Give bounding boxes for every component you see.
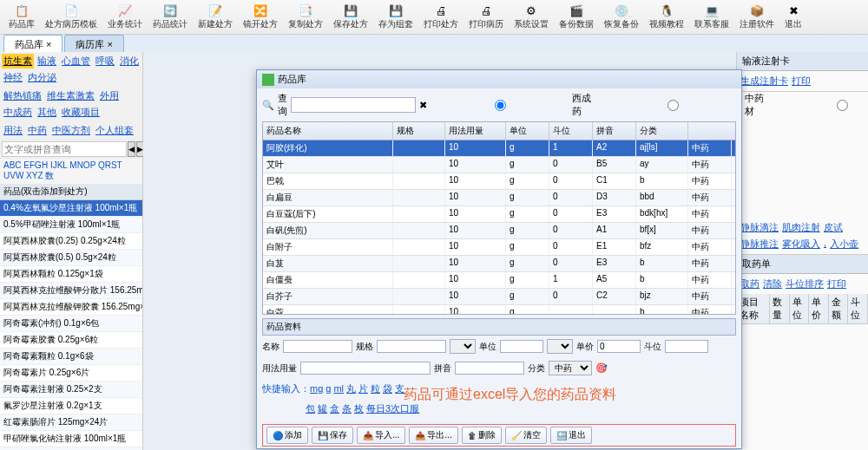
category-其他[interactable]: 其他 — [36, 105, 58, 120]
btn-删除[interactable]: 🗑删除 — [462, 427, 502, 444]
radio-西成药[interactable]: 西成药 — [431, 92, 598, 118]
table-row[interactable]: 白豆蔻(后下)10g0E3bdk[hx]中药 — [263, 206, 735, 223]
toolbar-复制处方[interactable]: 📑复制处方 — [283, 2, 328, 32]
drug-item[interactable]: 阿莫西林胶囊(0.5) 0.5g×24粒 — [0, 250, 142, 266]
category-外用[interactable]: 外用 — [98, 88, 121, 103]
toolbar-存为组套[interactable]: 💾存为组套 — [373, 2, 418, 32]
drug-item[interactable]: 阿莫西林克拉维酸钾分散片 156.25mg×18片 — [0, 283, 142, 299]
field-pinyin[interactable] — [455, 362, 524, 375]
radio-收费项目[interactable]: 收费项目 — [776, 92, 868, 118]
quick-每日3次口服[interactable]: 每日3次口服 — [366, 403, 419, 414]
sel-spec[interactable] — [450, 339, 476, 354]
toolbar-退出[interactable]: ✖退出 — [779, 2, 807, 32]
search-prev-icon[interactable]: ◀ — [128, 141, 135, 157]
quick-袋[interactable]: 袋 — [383, 383, 392, 394]
btn-导出...[interactable]: 📤导出... — [409, 427, 457, 444]
quick-片[interactable]: 片 — [358, 383, 368, 394]
drug-item[interactable]: 0.4%左氧氟沙星注射液 100ml×1瓶 — [0, 200, 142, 217]
category-解热镇痛[interactable]: 解热镇痛 — [2, 88, 43, 103]
quick-丸[interactable]: 丸 — [346, 383, 356, 394]
link-打印[interactable]: 打印 — [792, 75, 811, 88]
drug-item[interactable]: 阿莫西林胶囊(0.25) 0.25g×24粒 — [0, 233, 142, 250]
btn-清空[interactable]: 🧹清空 — [505, 427, 547, 444]
category-输液[interactable]: 输液 — [36, 54, 58, 68]
radio-中药材[interactable]: 中药材 — [603, 92, 771, 118]
link-入小壶[interactable]: 入小壶 — [830, 238, 858, 251]
quick-包[interactable]: 包 — [306, 403, 315, 414]
col-药品名称[interactable]: 药品名称 — [263, 122, 393, 140]
tab-history-db[interactable]: 病历库 × — [64, 35, 123, 54]
link-静脉滴注[interactable]: 静脉滴注 — [740, 221, 779, 234]
table-row[interactable]: 白芨10g0E3b中药 — [263, 256, 735, 272]
quick-mg[interactable]: mg — [310, 383, 323, 394]
table-row[interactable]: 白扁豆10g0D3bbd中药 — [263, 190, 735, 206]
field-name[interactable] — [283, 340, 352, 353]
toolbar-备份数据[interactable]: 🎬备份数据 — [554, 2, 599, 32]
toolbar-系统设置[interactable]: ⚙系统设置 — [509, 2, 554, 32]
drug-item[interactable]: 甲硝唑氯化钠注射液 100ml×1瓶 — [0, 431, 142, 447]
quick-条[interactable]: 条 — [342, 403, 352, 414]
quick-枚[interactable]: 枚 — [354, 403, 364, 414]
toolbar-新建处方[interactable]: 📝新建处方 — [193, 2, 238, 32]
category-中成药[interactable]: 中成药 — [2, 105, 34, 120]
table-row[interactable]: 白僵蚕10g1A5b中药 — [263, 272, 735, 289]
category-抗生素[interactable]: 抗生素 — [2, 54, 34, 68]
col-拼音[interactable]: 拼音 — [593, 122, 636, 140]
sel-class[interactable]: 中药 — [549, 361, 592, 375]
category-呼吸[interactable]: 呼吸 — [94, 54, 116, 68]
table-row[interactable]: 白矾(先煎)10g0A1bf[x]中药 — [263, 223, 735, 239]
drug-item[interactable]: 0.5%甲硝唑注射液 100ml×1瓶 — [0, 217, 142, 233]
link-,[interactable]: , — [824, 238, 826, 251]
link-肌肉注射[interactable]: 肌肉注射 — [782, 221, 820, 234]
col-单位[interactable]: 单位 — [506, 122, 549, 140]
category-用法[interactable]: 用法 — [2, 123, 24, 138]
field-pos[interactable] — [665, 340, 708, 353]
link-清除[interactable]: 清除 — [763, 277, 782, 290]
btn-添加[interactable]: 🔵添加 — [266, 427, 308, 444]
btn-保存[interactable]: 💾保存 — [312, 427, 353, 444]
field-spec[interactable] — [377, 340, 446, 353]
category-维生素激素[interactable]: 维生素激素 — [45, 88, 96, 103]
drug-item[interactable]: 阿莫西林颗粒 0.125g×1袋 — [0, 266, 142, 283]
category-中医方剂[interactable]: 中医方剂 — [50, 123, 92, 138]
category-中药[interactable]: 中药 — [26, 123, 49, 138]
table-row[interactable]: 白蔻10gb中药 — [263, 305, 735, 314]
drug-item[interactable]: 红霉素肠溶片 125mg×24片 — [0, 414, 142, 431]
field-price[interactable] — [597, 340, 641, 353]
category-神经[interactable]: 神经 — [2, 70, 24, 85]
drug-item[interactable]: 阿奇霉素胶囊 0.25g×6粒 — [0, 332, 142, 349]
drug-item[interactable]: 阿奇霉素(冲剂) 0.1g×6包 — [0, 316, 142, 332]
toolbar-保存处方[interactable]: 💾保存处方 — [328, 2, 373, 32]
link-斗位排序[interactable]: 斗位排序 — [786, 277, 824, 290]
table-row[interactable]: 巴戟10g0C1b中药 — [263, 173, 735, 190]
quick-ml[interactable]: ml — [333, 383, 344, 394]
link-生成注射卡[interactable]: 生成注射卡 — [740, 75, 788, 88]
link-打印[interactable]: 打印 — [827, 277, 846, 290]
drug-item[interactable]: 阿奇霉素片 0.25g×6片 — [0, 365, 142, 382]
table-row[interactable]: 艾叶10g0B5ay中药 — [263, 157, 735, 173]
toolbar-药品统计[interactable]: 🔄药品统计 — [148, 2, 193, 32]
class-icon[interactable]: 🎯 — [595, 362, 608, 374]
field-unit[interactable] — [500, 340, 543, 353]
category-心血管[interactable]: 心血管 — [60, 54, 92, 68]
toolbar-处方病历模板[interactable]: 📄处方病历模板 — [40, 2, 102, 32]
link-雾化吸入[interactable]: 雾化吸入 — [782, 238, 820, 251]
drug-search-input[interactable] — [2, 141, 127, 157]
dialog-search-input[interactable] — [291, 97, 416, 113]
table-row[interactable]: 白附子10g0E1bfz中药 — [263, 239, 735, 256]
drug-item[interactable]: 阿奇霉素颗粒 0.1g×6袋 — [0, 349, 142, 365]
link-皮试[interactable]: 皮试 — [824, 221, 843, 234]
quick-罐[interactable]: 罐 — [318, 403, 327, 414]
col-分类[interactable]: 分类 — [636, 122, 688, 140]
link-取药[interactable]: 取药 — [740, 277, 760, 290]
quick-g[interactable]: g — [326, 383, 331, 394]
category-消化[interactable]: 消化 — [118, 54, 141, 68]
field-usage[interactable] — [300, 362, 431, 375]
toolbar-业务统计[interactable]: 📈业务统计 — [102, 2, 148, 32]
btn-退出[interactable]: 🔙退出 — [550, 427, 592, 444]
tab-drug-db[interactable]: 药品库 × — [3, 35, 62, 54]
toolbar-打印病历[interactable]: 🖨打印病历 — [464, 2, 509, 32]
btn-导入...[interactable]: 📥导入... — [357, 427, 405, 444]
category-收藏项目[interactable]: 收藏项目 — [60, 105, 102, 120]
table-row[interactable]: 阿胶(烊化)10g1A2aj[ls]中药 — [263, 140, 735, 157]
